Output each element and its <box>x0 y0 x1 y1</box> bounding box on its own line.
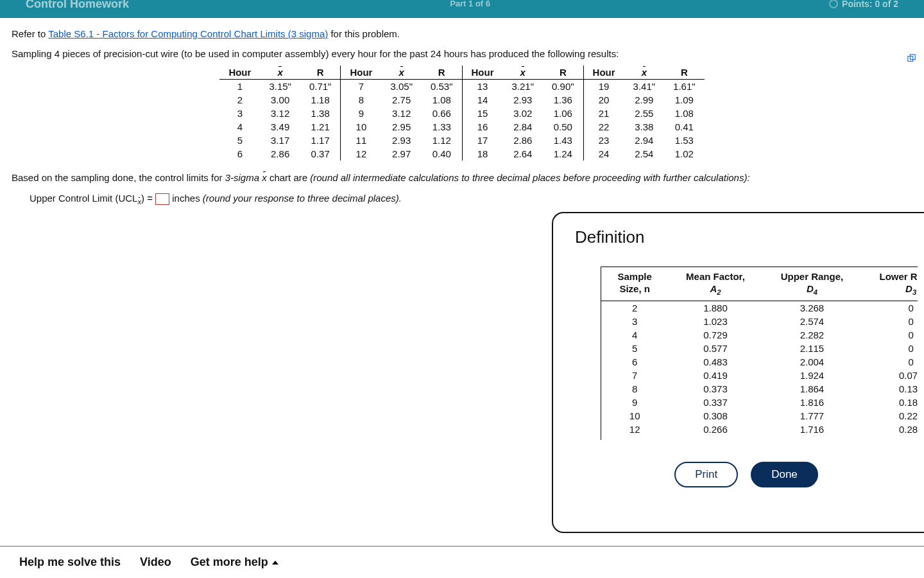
table-row: 62.860.37122.970.40182.641.24242.541.02 <box>219 147 704 161</box>
col-hour: Hour <box>219 66 260 80</box>
col-hour: Hour <box>341 66 382 80</box>
table-row: 53.171.17112.931.12172.861.43232.941.53 <box>219 134 704 147</box>
hourly-data-table: Hour x R Hour x R Hour x R Hour x R 13.1… <box>219 66 704 161</box>
col-hour: Hour <box>462 66 503 80</box>
reference-suffix: for this problem. <box>330 28 400 39</box>
points-indicator: Points: 0 of 2 <box>829 0 898 9</box>
table-row: 23.001.1882.751.08142.931.36202.991.09 <box>219 93 704 107</box>
table-row: 43.491.21102.951.33162.840.50223.380.41 <box>219 120 704 134</box>
ucl-input[interactable] <box>155 193 169 205</box>
points-circle-icon <box>829 0 838 8</box>
col-xbar: x <box>503 66 543 80</box>
col-r: R <box>664 66 705 80</box>
definition-popup: Definition SampleSize, n Mean Factor, A2… <box>552 212 924 254</box>
col-xbar: x <box>260 66 300 80</box>
table-row: 13.15"0.71"73.05"0.53"133.21"0.90"193.41… <box>219 80 704 94</box>
points-text: Points: 0 of 2 <box>842 0 898 9</box>
part-indicator: Part 1 of 6 <box>450 0 490 8</box>
col-hour: Hour <box>583 66 624 80</box>
header-bar: Control Homework Part 1 of 6 Points: 0 o… <box>0 0 924 18</box>
reference-prefix: Refer to <box>12 28 48 39</box>
definition-title: Definition <box>575 227 918 247</box>
col-xbar: x <box>624 66 665 80</box>
assignment-title: Control Homework <box>26 0 129 11</box>
col-r: R <box>422 66 462 80</box>
col-r: R <box>300 66 341 80</box>
sampling-description: Sampling 4 pieces of precision-cut wire … <box>12 48 912 59</box>
col-r: R <box>543 66 583 80</box>
col-xbar: x <box>381 66 422 80</box>
answer-line: Upper Control Limit (UCLx) = inches (rou… <box>30 193 912 206</box>
table-row: 33.121.3893.120.66153.021.06212.551.08 <box>219 107 704 120</box>
popout-icon[interactable] <box>907 54 916 63</box>
reference-line: Refer to Table S6.1 - Factors for Comput… <box>12 28 912 39</box>
question-prompt: Based on the sampling done, the control … <box>12 172 912 183</box>
reference-link[interactable]: Table S6.1 - Factors for Computing Contr… <box>48 28 328 39</box>
